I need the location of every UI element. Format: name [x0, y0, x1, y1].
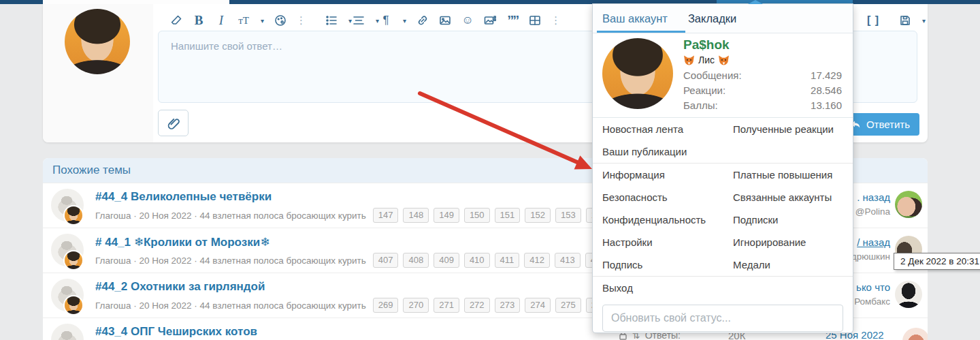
last-post-block: / назад дрюшкин [851, 236, 890, 262]
tab-your-account[interactable]: Ваш аккаунт [602, 12, 668, 25]
quote-icon[interactable]: ”” [506, 12, 519, 29]
thread-title-link[interactable]: #43_4 ОПГ Чеширских котов [95, 325, 257, 339]
page-chip[interactable]: 275 [555, 298, 581, 313]
list-icon[interactable] [325, 12, 338, 29]
page-chip[interactable]: 411 [495, 253, 520, 268]
last-poster-avatar[interactable] [895, 191, 922, 218]
menu-item-account-details[interactable]: Информация [602, 164, 723, 186]
page-chip[interactable]: 269 [373, 298, 399, 313]
page-chip[interactable]: 410 [464, 253, 490, 268]
insert-link-icon[interactable] [416, 12, 429, 29]
thread-title-link[interactable]: #44_4 Великолепные четвёрки [95, 190, 272, 204]
page-chip[interactable]: 152 [525, 208, 551, 223]
remove-format-icon[interactable] [169, 12, 183, 29]
account-custom-title: Лис [683, 55, 730, 65]
last-post-user[interactable]: дрюшкин [851, 251, 890, 262]
insert-media-icon[interactable] [483, 12, 497, 29]
thread-meta: Глагоша · 20 Ноя 2022 · 44 взлетная поло… [95, 253, 672, 268]
custom-title-text: Лис [698, 55, 715, 65]
thread-title-link[interactable]: #44_2 Охотники за гирляндой [95, 280, 265, 294]
last-poster-mini-avatar[interactable] [65, 206, 82, 224]
page-chip[interactable]: 409 [434, 253, 459, 268]
thread-starter-avatar[interactable] [51, 324, 84, 340]
menu-item-privacy[interactable]: Конфиденциальность [602, 208, 723, 231]
account-username[interactable]: Pa$hok [683, 37, 730, 52]
status-update-input[interactable] [602, 305, 843, 332]
active-tab-underline [597, 31, 685, 33]
menu-group-logout: Выход [593, 277, 853, 299]
chevron-down-icon: ▾ [922, 17, 926, 25]
menu-item-logout[interactable]: Выход [602, 277, 723, 299]
tab-bookmarks[interactable]: Закладки [688, 12, 736, 25]
insert-table-icon[interactable] [528, 12, 542, 29]
last-post-time-link[interactable]: ько что [854, 281, 890, 293]
page-chip[interactable]: 147 [373, 208, 399, 223]
page-chip[interactable]: 412 [524, 253, 550, 268]
menu-item-your-content[interactable]: Ваши публикации [602, 140, 723, 163]
source-code-icon[interactable]: [ ] [866, 12, 880, 29]
page-chip[interactable]: 272 [464, 298, 490, 313]
stat-value[interactable]: 13.160 [811, 99, 842, 114]
menu-item-medals[interactable]: Медали [733, 253, 853, 276]
dropdown-tabs: Ваш аккаунт Закладки [593, 4, 853, 33]
smilies-icon[interactable]: ☺ [461, 12, 474, 29]
status-update-row [593, 299, 853, 332]
page-chip[interactable]: 149 [434, 208, 459, 223]
insert-image-icon[interactable] [438, 12, 452, 29]
font-size-icon[interactable]: тT [237, 12, 250, 29]
last-post-user[interactable]: @Polina [855, 206, 890, 217]
menu-item-preferences[interactable]: Настройки [602, 231, 723, 253]
thread-meta-text: Глагоша · 20 Ноя 2022 · 44 взлетная поло… [95, 256, 366, 266]
page-chip[interactable]: 150 [464, 208, 490, 223]
stat-value: 17.429 [811, 69, 842, 84]
menu-item-ignoring[interactable]: Игнорирование [733, 231, 853, 253]
menu-item-security[interactable]: Безопасность [602, 186, 723, 208]
page-chip[interactable]: 148 [403, 208, 429, 223]
page-chip[interactable]: 413 [555, 253, 581, 268]
stat-label: Реакции: [683, 84, 725, 99]
menu-item-reactions-received[interactable]: Полученные реакции [733, 118, 853, 140]
text-color-icon[interactable] [274, 12, 287, 29]
attach-file-button[interactable] [158, 110, 189, 136]
last-post-time-link[interactable]: . назад [855, 191, 890, 203]
menu-item-connected-accounts[interactable]: Связанные аккаунты [733, 186, 853, 208]
menu-item-signature[interactable]: Подпись [602, 253, 723, 276]
current-user-avatar[interactable] [65, 9, 130, 74]
stat-label: Баллы: [683, 99, 718, 114]
paragraph-icon[interactable]: ¶ [379, 12, 393, 29]
page-chip[interactable]: 151 [495, 208, 521, 223]
page-chip[interactable]: 274 [525, 298, 551, 313]
menu-item-following[interactable]: Подписки [733, 208, 853, 231]
stat-value[interactable]: 28.546 [811, 84, 842, 99]
page-chip[interactable]: 270 [403, 298, 429, 313]
last-poster-mini-avatar[interactable] [65, 251, 82, 269]
bold-icon[interactable]: B [192, 12, 206, 29]
alignment-icon[interactable] [352, 12, 365, 29]
stat-row: Баллы: 13.160 [683, 99, 842, 114]
editor-toolbar-right: [ ] ▾ [866, 10, 926, 31]
navbar-gap [43, 0, 229, 4]
last-poster-mini-avatar[interactable] [65, 296, 82, 314]
more-options-icon[interactable]: ⋮ [296, 14, 306, 27]
stat-label: Сообщения: [683, 69, 742, 84]
page-chip[interactable]: 271 [434, 298, 459, 313]
last-post-block: ько что Ромбакс [854, 281, 890, 307]
account-avatar[interactable] [602, 38, 673, 109]
thread-title-link[interactable]: # 44_1 ❄Кролики от Морозки❄ [95, 235, 270, 249]
save-draft-icon[interactable] [898, 12, 912, 29]
page-chip[interactable]: 408 [403, 253, 429, 268]
last-post-user[interactable]: Ромбакс [854, 296, 890, 307]
more-options-icon[interactable]: ⋮ [551, 14, 561, 27]
page-chip[interactable]: 273 [495, 298, 521, 313]
menu-item-upgrades[interactable]: Платные повышения [733, 164, 853, 186]
paperclip-icon [166, 116, 181, 131]
italic-icon[interactable]: I [214, 12, 228, 29]
last-post-time-link[interactable]: / назад [851, 236, 890, 248]
page-chip[interactable]: 153 [555, 208, 581, 223]
fox-emoji [683, 55, 695, 65]
date-tooltip: 2 Дек 2022 в 20:31 [894, 253, 980, 270]
last-poster-avatar[interactable] [895, 281, 922, 308]
page-chip[interactable]: 407 [373, 253, 399, 268]
menu-group-feeds: Новостная лента Ваши публикации Полученн… [593, 118, 853, 164]
menu-item-news-feed[interactable]: Новостная лента [602, 118, 723, 140]
